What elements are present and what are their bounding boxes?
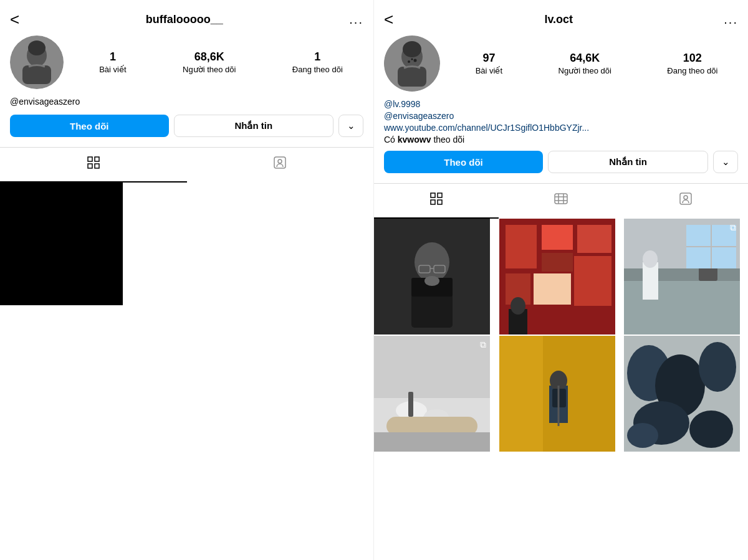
left-profile-panel: < buffalooooo__ ... 1 Bài viết 68,6K Ngư… — [0, 0, 374, 560]
svg-rect-39 — [574, 256, 611, 306]
right-stat-followers: 64,6K Người theo dõi — [559, 52, 611, 76]
svg-point-71 — [627, 423, 658, 448]
left-dropdown-button[interactable]: ⌄ — [338, 115, 363, 137]
right-followers-label: Người theo dõi — [559, 66, 611, 75]
right-message-button[interactable]: Nhắn tin — [548, 151, 708, 173]
right-profile-panel: < lv.oct ... 97 Bài viết 64 — [374, 0, 748, 560]
right-back-button[interactable]: < — [384, 10, 393, 29]
left-posts-label: Bài viết — [99, 65, 126, 74]
right-following-label: Đang theo dõi — [667, 66, 717, 75]
svg-rect-2 — [22, 65, 51, 84]
right-tagged-icon — [678, 191, 693, 210]
left-avatar-image — [10, 36, 64, 89]
right-bio-bold: kvwowv — [398, 135, 431, 145]
left-post-black[interactable] — [0, 183, 123, 305]
svg-rect-35 — [542, 253, 573, 272]
right-avatar-image — [384, 36, 440, 92]
svg-rect-47 — [643, 262, 658, 300]
svg-rect-34 — [542, 225, 573, 250]
right-following-count: 102 — [667, 52, 717, 65]
left-follow-button[interactable]: Theo dõi — [10, 115, 169, 137]
left-tab-tagged[interactable] — [187, 148, 374, 183]
right-reels-icon — [554, 191, 568, 210]
left-stat-following: 1 Đang theo dõi — [292, 50, 343, 75]
left-header: < buffalooooo__ ... — [0, 0, 373, 36]
right-bio-prefix: Có — [384, 135, 398, 145]
right-posts-grid: ⧉ ⧉ — [374, 219, 748, 452]
right-post-6[interactable] — [624, 336, 740, 452]
svg-rect-7 — [95, 164, 99, 168]
right-tab-reels[interactable] — [499, 184, 623, 219]
right-tabs — [374, 183, 748, 219]
svg-rect-44 — [624, 268, 740, 281]
svg-point-16 — [411, 59, 413, 60]
svg-rect-33 — [506, 225, 537, 268]
right-tab-grid[interactable] — [374, 184, 499, 219]
right-more-button[interactable]: ... — [724, 12, 738, 27]
left-bio: @envisageaszero — [0, 97, 373, 115]
svg-point-68 — [699, 342, 736, 392]
left-bio-mention[interactable]: @envisageaszero — [10, 97, 363, 107]
left-tab-grid[interactable] — [0, 148, 187, 183]
left-followers-count: 68,6K — [183, 50, 236, 64]
svg-rect-58 — [374, 432, 490, 452]
right-action-buttons: Theo dõi Nhắn tin ⌄ — [374, 151, 748, 183]
left-message-button[interactable]: Nhắn tin — [174, 115, 334, 137]
right-post-4[interactable]: ⧉ — [374, 336, 490, 452]
right-post-3-multi-icon: ⧉ — [730, 222, 736, 233]
svg-point-15 — [414, 59, 417, 62]
svg-rect-18 — [438, 193, 442, 197]
right-stat-following: 102 Đang theo dõi — [667, 52, 717, 76]
right-stat-posts: 97 Bài viết — [476, 52, 502, 76]
svg-rect-56 — [408, 392, 413, 417]
right-bio-line2[interactable]: @envisageaszero — [384, 111, 738, 121]
right-bio-line1[interactable]: @lv.9998 — [384, 99, 738, 109]
right-header: < lv.oct ... — [374, 0, 748, 36]
svg-point-23 — [684, 196, 688, 199]
right-posts-count: 97 — [476, 52, 502, 65]
svg-rect-17 — [431, 193, 435, 197]
right-follow-button[interactable]: Theo dõi — [384, 151, 543, 173]
svg-point-41 — [511, 297, 525, 315]
left-back-button[interactable]: < — [10, 10, 19, 29]
right-bio-suffix: theo dõi — [431, 135, 465, 145]
svg-rect-5 — [95, 157, 99, 161]
left-stat-followers: 68,6K Người theo dõi — [183, 50, 236, 75]
right-bio-line3[interactable]: www.youtube.com/channel/UCJr1SgiflO1HbbG… — [384, 123, 738, 133]
right-profile-info: 97 Bài viết 64,6K Người theo dõi 102 Đan… — [374, 36, 748, 99]
right-dropdown-button[interactable]: ⌄ — [713, 151, 738, 173]
right-followers-count: 64,6K — [559, 52, 611, 65]
right-dropdown-chevron: ⌄ — [722, 156, 730, 168]
right-tab-tagged[interactable] — [623, 184, 748, 219]
right-stats: 97 Bài viết 64,6K Người theo dõi 102 Đan… — [455, 52, 738, 76]
svg-rect-12 — [398, 67, 426, 87]
left-stat-posts: 1 Bài viết — [99, 50, 126, 75]
right-bio: @lv.9998 @envisageaszero www.youtube.com… — [374, 99, 748, 151]
left-followers-label: Người theo dõi — [183, 65, 236, 74]
left-profile-info: 1 Bài viết 68,6K Người theo dõi 1 Đang t… — [0, 36, 373, 97]
left-tabs — [0, 147, 373, 183]
right-posts-label: Bài viết — [476, 66, 502, 75]
left-posts-count: 1 — [99, 50, 126, 64]
svg-point-13 — [403, 41, 421, 57]
svg-point-31 — [424, 276, 439, 286]
svg-rect-21 — [555, 194, 567, 204]
svg-point-70 — [689, 411, 733, 448]
right-username: lv.oct — [544, 13, 573, 26]
left-username: buffalooooo__ — [146, 13, 223, 26]
svg-rect-8 — [274, 157, 285, 168]
left-stats: 1 Bài viết 68,6K Người theo dõi 1 Đang t… — [79, 50, 363, 75]
svg-rect-38 — [534, 273, 571, 305]
svg-point-9 — [278, 159, 282, 163]
left-avatar — [10, 36, 64, 89]
left-grid-icon — [86, 155, 101, 174]
right-post-2[interactable] — [499, 219, 615, 335]
right-post-5[interactable] — [499, 336, 615, 452]
left-dropdown-chevron: ⌄ — [347, 120, 355, 131]
left-following-count: 1 — [292, 50, 343, 64]
left-more-button[interactable]: ... — [349, 12, 363, 27]
right-post-1[interactable] — [374, 219, 490, 335]
right-post-3[interactable]: ⧉ — [624, 219, 740, 335]
svg-rect-22 — [680, 193, 691, 204]
left-tagged-icon — [272, 155, 287, 174]
